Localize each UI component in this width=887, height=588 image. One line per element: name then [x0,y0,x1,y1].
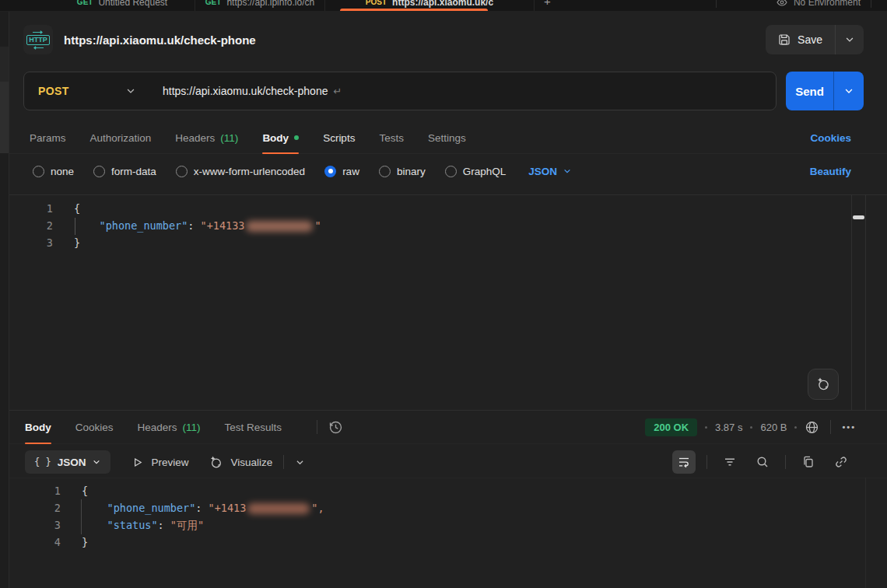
active-tab-underline [340,9,488,11]
radio-icon [33,166,44,177]
response-body-viewer[interactable]: 1 { 2 "phone_number": "+1413", 3 "status… [9,478,887,588]
line-number: 1 [9,482,61,499]
code-line: 1 { [9,482,887,499]
status-badge: 200 OK [645,418,697,436]
request-tab-1[interactable]: GET Untitled Request [50,0,195,11]
tab-settings[interactable]: Settings [428,122,466,153]
url-bar: POST https://api.xiaomu.uk/check-phone ↵ [23,72,777,110]
braces-icon: { } [34,457,51,467]
line-number: 3 [9,516,61,534]
redacted-phone-number [247,503,310,514]
radio-icon [93,166,105,177]
modified-dot [294,135,299,140]
request-title: https://api.xiaomu.uk/check-phone [64,33,256,47]
mode-none[interactable]: none [33,166,74,177]
wrap-text-button[interactable] [672,450,696,474]
radio-selected-icon [324,166,336,177]
divider [283,455,284,469]
radio-icon [445,166,457,177]
request-tab-2[interactable]: GET https://api.ipinfo.io/ch [195,0,325,11]
divider [830,420,831,434]
tab-body[interactable]: Body [262,122,299,153]
tab-authorization[interactable]: Authorization [90,122,152,153]
response-format-dropdown[interactable]: { } JSON [25,450,110,474]
save-button[interactable]: Save [766,25,835,54]
sidebar-collapsed-rail[interactable] [0,12,9,588]
postbot-button[interactable] [808,369,839,400]
url-row: POST https://api.xiaomu.uk/check-phone ↵… [23,72,864,110]
language-dropdown[interactable]: JSON [528,166,572,177]
response-tools [672,450,853,474]
tab-headers[interactable]: Headers (11) [175,122,238,153]
send-button[interactable]: Send [786,72,833,110]
url-input[interactable]: https://api.xiaomu.uk/check-phone [163,85,328,97]
app-window: GET Untitled Request GET https://api.ipi… [0,0,887,588]
method-select[interactable]: POST [24,85,147,97]
search-icon[interactable] [751,450,774,474]
more-actions-button[interactable]: ••• [842,422,856,432]
scrollbar-thumb[interactable] [853,215,864,219]
topbar-divider [871,0,871,8]
code-line: 2 "phone_number": "+1413", [9,499,887,516]
tab-scripts[interactable]: Scripts [323,122,355,153]
send-options-button[interactable] [833,72,864,110]
tab-test-results[interactable]: Test Results [225,411,282,443]
tab-method-badge: GET [205,0,222,6]
link-icon[interactable] [829,450,853,474]
cookies-link[interactable]: Cookies [810,132,851,144]
divider [317,420,317,434]
environment-selector[interactable]: No Environment [777,0,861,11]
chevron-down-icon [92,457,101,467]
eye-icon [777,0,787,8]
play-icon [131,456,144,469]
chevron-down-icon [843,86,854,96]
save-icon [778,33,791,46]
copy-icon[interactable] [797,450,820,474]
mode-form-data[interactable]: form-data [93,166,156,177]
headers-count: (11) [220,132,238,144]
line-number: 1 [9,200,53,217]
line-number: 2 [9,499,61,516]
history-icon[interactable] [328,420,343,435]
body-mode-row: none form-data x-www-form-urlencoded raw… [33,158,851,184]
tab-response-headers[interactable]: Headers (11) [138,411,201,443]
tab-response-cookies[interactable]: Cookies [75,411,114,443]
mode-x-www-form-urlencoded[interactable]: x-www-form-urlencoded [176,166,305,177]
mode-graphql[interactable]: GraphQL [445,166,507,177]
mode-binary[interactable]: binary [379,166,426,177]
visualize-options-button[interactable] [295,457,305,467]
globe-icon[interactable] [805,420,819,435]
divider [785,455,786,469]
code-line: 2 "phone_number": "+14133" [9,217,887,234]
filter-icon[interactable] [718,450,742,474]
response-meta: 200 OK 3.87 s 620 B ••• [645,418,856,436]
line-number: 2 [9,217,53,234]
tab-tests[interactable]: Tests [379,122,404,153]
mode-raw-selected[interactable]: raw [324,166,359,177]
indent-guide [75,218,75,235]
tab-params[interactable]: Params [30,122,66,153]
radio-icon [379,166,391,177]
http-request-icon: HTTP [23,25,53,54]
preview-button[interactable]: Preview [131,456,188,469]
line-number: 4 [9,534,61,551]
scrollbar-track [851,194,852,410]
tab-title: Untitled Request [98,0,167,8]
response-toolbar: { } JSON Preview Visualize [25,450,853,474]
beautify-link[interactable]: Beautify [810,166,851,177]
tab-title: https://api.ipinfo.io/ch [226,0,314,8]
new-tab-button[interactable]: + [544,0,551,8]
request-body-editor[interactable]: 1 { 2 "phone_number": "+14133" 3 } [9,194,887,415]
method-label: POST [38,85,69,97]
scrollbar-track [865,478,866,588]
save-button-group: Save [766,25,864,54]
tab-title: https://api.xiaomu.uk/c [392,0,493,8]
chevron-down-icon [563,166,572,176]
topbar-divider [716,0,717,8]
return-glyph: ↵ [333,86,342,97]
visualize-button[interactable]: Visualize [209,455,272,470]
tab-response-body[interactable]: Body [25,411,51,443]
workspace-tabbar: GET Untitled Request GET https://api.ipi… [0,0,887,11]
save-options-button[interactable] [835,25,864,54]
tab-method-badge: POST [366,0,387,6]
